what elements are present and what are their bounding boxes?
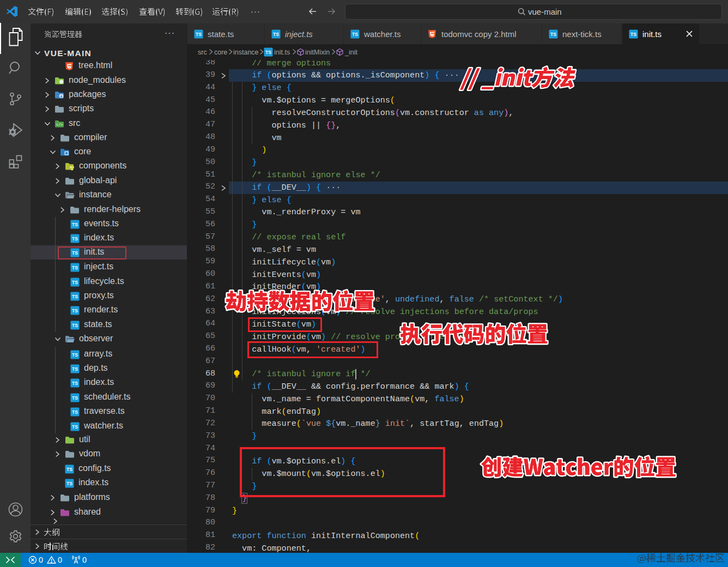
svg-text:TS: TS	[72, 352, 78, 358]
svg-text:TS: TS	[72, 366, 78, 372]
svg-text:TS: TS	[72, 409, 78, 415]
svg-text:</>: </>	[56, 123, 63, 127]
svg-text:TS: TS	[550, 32, 556, 37]
svg-text:TS: TS	[72, 323, 78, 328]
svg-text:TS: TS	[265, 50, 271, 55]
svg-text:TS: TS	[72, 222, 78, 227]
svg-text:TS: TS	[352, 32, 358, 37]
svg-text:TS: TS	[66, 481, 72, 486]
svg-text:TS: TS	[72, 308, 78, 313]
svg-text:TS: TS	[72, 395, 78, 401]
svg-text:TS: TS	[72, 381, 78, 386]
svg-text:TS: TS	[72, 424, 78, 430]
svg-text:TS: TS	[273, 32, 279, 37]
svg-text:TS: TS	[66, 467, 72, 472]
svg-text:TS: TS	[72, 294, 78, 299]
svg-text:TS: TS	[72, 265, 78, 270]
svg-text:TS: TS	[72, 236, 78, 242]
svg-text:TS: TS	[196, 32, 202, 37]
svg-text:TS: TS	[630, 32, 636, 37]
svg-text:TS: TS	[72, 280, 78, 285]
